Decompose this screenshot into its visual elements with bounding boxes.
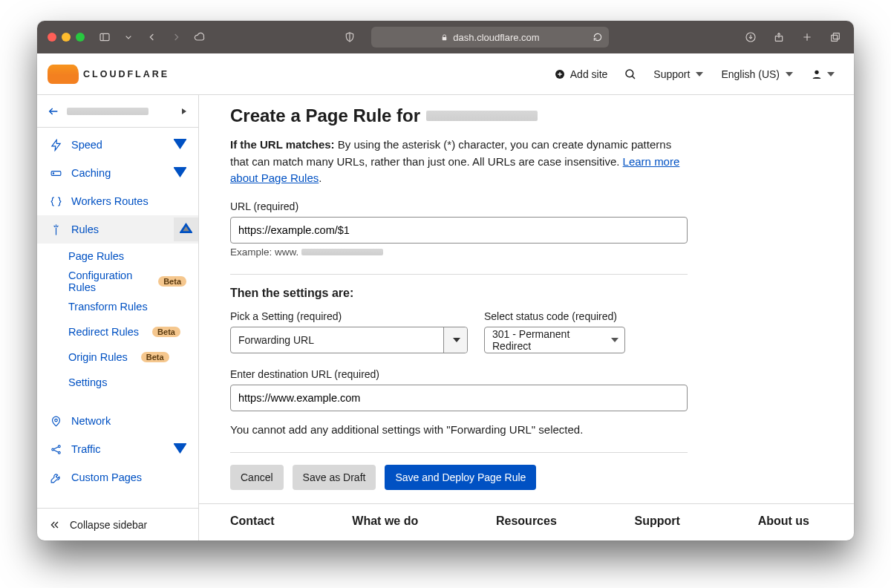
chevron-icon	[174, 442, 186, 457]
sidebar-sub-label: Page Rules	[68, 250, 124, 262]
svg-rect-11	[833, 33, 839, 39]
support-menu[interactable]: Support	[647, 64, 709, 85]
arrow-left-icon	[48, 105, 59, 117]
sidebar-item-network[interactable]: Network	[37, 407, 198, 435]
svg-line-26	[53, 225, 54, 226]
footer-link-contact[interactable]: Contact	[230, 514, 275, 528]
svg-line-35	[53, 450, 58, 452]
svg-marker-19	[182, 108, 186, 114]
wand-icon	[49, 223, 62, 236]
sidebar-sub-label: Redirect Rules	[68, 326, 139, 338]
svg-marker-20	[51, 140, 59, 150]
minimize-window[interactable]	[62, 33, 71, 42]
svg-point-31	[51, 448, 53, 451]
share-icon	[49, 443, 62, 456]
braces-icon	[49, 195, 62, 208]
setting-select[interactable]: Forwarding URL	[230, 327, 468, 353]
sidebar-sub-label: Transform Rules	[68, 301, 148, 313]
sidebar-item-speed[interactable]: Speed	[37, 131, 198, 159]
cloudflare-header: CLOUDFLARE Add site Support English (US)	[37, 53, 854, 95]
sidebar-item-caching[interactable]: Caching	[37, 159, 198, 187]
svg-marker-36	[175, 444, 186, 451]
wrench-icon	[49, 471, 62, 484]
zoom-window[interactable]	[76, 33, 85, 42]
close-window[interactable]	[48, 33, 56, 42]
settings-heading: Then the settings are:	[230, 287, 688, 300]
divider	[230, 274, 688, 275]
pin-icon	[49, 415, 62, 428]
sidebar-item-traffic[interactable]: Traffic	[37, 435, 198, 463]
sidebar-sub-configuration-rules[interactable]: Configuration RulesBeta	[37, 269, 198, 294]
cancel-button[interactable]: Cancel	[230, 465, 284, 490]
save-draft-button[interactable]: Save as Draft	[293, 465, 376, 490]
sidebar-sub-label: Settings	[68, 376, 107, 388]
account-menu[interactable]	[805, 64, 841, 85]
new-tab-icon[interactable]	[799, 29, 815, 45]
language-menu[interactable]: English (US)	[715, 64, 799, 85]
sidebar-item-label: Traffic	[71, 443, 100, 455]
svg-rect-0	[100, 33, 109, 40]
save-deploy-button[interactable]: Save and Deploy Page Rule	[385, 465, 536, 490]
tabs-icon[interactable]	[827, 29, 843, 45]
cloudflare-logo[interactable]	[43, 65, 79, 84]
cloud-logo-icon	[48, 65, 79, 84]
setting-value: Forwarding URL	[231, 334, 443, 346]
footer-link-resources[interactable]: Resources	[496, 514, 557, 528]
share-icon[interactable]	[771, 29, 787, 45]
sidebar-sub-redirect-rules[interactable]: Redirect RulesBeta	[37, 319, 198, 344]
drive-icon	[49, 167, 62, 180]
main-content: Create a Page Rule for If the URL matche…	[199, 95, 854, 540]
svg-marker-29	[181, 224, 192, 232]
forwarding-note: You cannot add any additional settings w…	[230, 423, 688, 436]
reload-icon[interactable]	[593, 32, 603, 42]
footer-link-about-us[interactable]: About us	[758, 514, 809, 528]
sidebar-item-label: Caching	[71, 167, 111, 179]
svg-point-17	[815, 70, 818, 74]
app-body: SpeedCachingWorkers RoutesRulesPage Rule…	[37, 95, 854, 540]
downloads-icon[interactable]	[742, 29, 759, 45]
sidebar: SpeedCachingWorkers RoutesRulesPage Rule…	[37, 95, 199, 540]
sidebar-item-rules[interactable]: Rules	[37, 215, 198, 244]
beta-badge: Beta	[152, 327, 180, 337]
sidebar-item-label: Workers Routes	[71, 195, 148, 207]
beta-badge: Beta	[141, 352, 169, 362]
url-input[interactable]	[230, 217, 688, 244]
svg-rect-3	[443, 37, 447, 40]
status-value: 301 - Permanent Redirect	[485, 328, 608, 352]
window-controls	[48, 33, 85, 42]
nav-forward-icon[interactable]	[168, 29, 184, 45]
sidebar-sub-transform-rules[interactable]: Transform Rules	[37, 294, 198, 319]
lock-icon	[440, 33, 448, 42]
shield-icon[interactable]	[342, 29, 358, 45]
sidebar-sub-origin-rules[interactable]: Origin RulesBeta	[37, 344, 198, 370]
sidebar-item-workers-routes[interactable]: Workers Routes	[37, 187, 198, 215]
sidebar-item-label: Custom Pages	[71, 471, 142, 483]
svg-line-16	[633, 76, 636, 79]
setting-select-label: Pick a Setting (required)	[230, 310, 468, 322]
url-example: Example: www.	[230, 246, 688, 258]
collapse-sidebar-button[interactable]: Collapse sidebar	[37, 508, 198, 540]
chevron-icon	[174, 166, 186, 180]
user-icon	[811, 68, 823, 80]
add-site-button[interactable]: Add site	[548, 64, 614, 85]
status-select[interactable]: 301 - Permanent Redirect	[484, 327, 625, 353]
svg-point-33	[58, 451, 60, 454]
site-name-redacted	[426, 111, 538, 121]
cloud-icon[interactable]	[192, 29, 208, 45]
site-back-link[interactable]	[37, 95, 198, 128]
sidebar-item-custom-pages[interactable]: Custom Pages	[37, 463, 198, 491]
select-toggle-button[interactable]	[443, 327, 467, 353]
sidebar-sub-settings[interactable]: Settings	[37, 370, 198, 395]
footer-link-what-we-do[interactable]: What we do	[352, 514, 418, 528]
svg-point-23	[53, 172, 53, 173]
sidebar-sub-page-rules[interactable]: Page Rules	[37, 244, 198, 269]
chevron-down-icon[interactable]	[120, 29, 137, 45]
address-bar[interactable]: dash.cloudflare.com	[371, 27, 609, 48]
dest-url-input[interactable]	[230, 385, 688, 411]
footer-link-support[interactable]: Support	[635, 514, 680, 528]
search-button[interactable]	[619, 68, 642, 81]
sidebar-sub-label: Configuration Rules	[68, 270, 145, 293]
cloudflare-wordmark: CLOUDFLARE	[83, 69, 169, 79]
nav-back-icon[interactable]	[144, 29, 160, 45]
sidebar-toggle-icon[interactable]	[97, 29, 113, 45]
